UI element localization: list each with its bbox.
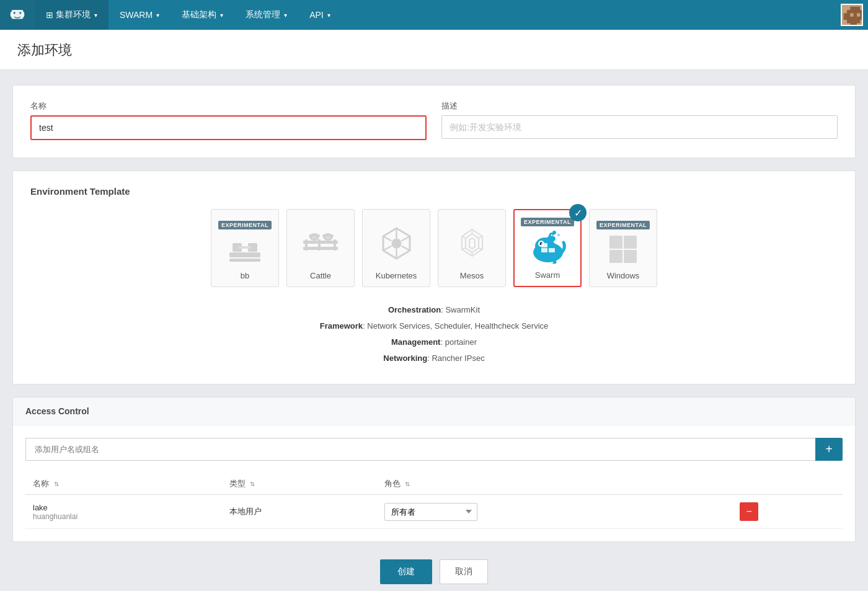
framework-value: Network Services, Scheduler, Healthcheck… [367,321,548,331]
orchestration-value: SwarmKit [445,305,480,314]
template-option-kubernetes[interactable]: Kubernetes [362,209,430,287]
svg-rect-51 [549,248,555,252]
windows-exp-badge: EXPERIMENTAL [596,221,650,229]
navbar-item-admin[interactable]: 系统管理 ▾ [234,0,298,30]
col-name-label: 名称 [33,479,49,488]
svg-point-47 [547,236,556,242]
add-user-input[interactable] [25,438,815,461]
cancel-button[interactable]: 取消 [440,559,488,584]
svg-point-17 [309,234,312,237]
access-card-body: + 名称 ⇅ 类型 ⇅ 角色 ⇅ [13,425,855,541]
navbar-cluster-label: 集群环境 [56,9,91,20]
networking-row: Networking: Rancher IPsec [30,350,838,367]
swarm-check-badge: ✓ [569,204,587,221]
svg-point-25 [329,236,330,238]
management-value: portainer [445,337,477,347]
desc-input[interactable] [441,115,838,139]
access-table-head: 名称 ⇅ 类型 ⇅ 角色 ⇅ [25,473,843,495]
role-select-wrap: 所有者 成员 只读 [384,503,725,521]
access-table-body: lake huanghuanlai 本地用户 所有者 成员 只读 [25,495,843,529]
svg-line-32 [383,246,392,251]
create-button[interactable]: 创建 [380,559,432,584]
cattle-icon [302,226,339,260]
col-role-header: 角色 ⇅ [377,473,732,495]
cluster-caret-icon: ▾ [94,12,97,19]
svg-rect-3 [22,12,24,17]
svg-point-23 [330,234,334,237]
swarm-icon [528,229,568,269]
access-card-header: Access Control [13,398,855,425]
role-sort-icon[interactable]: ⇅ [405,481,410,487]
template-option-windows[interactable]: EXPERIMENTAL Windows [589,209,657,287]
svg-marker-35 [466,234,479,252]
mesos-label: Mesos [460,271,484,280]
access-table: 名称 ⇅ 类型 ⇅ 角色 ⇅ [25,473,843,529]
template-options: EXPERIMENTAL bb [30,209,838,287]
svg-rect-10 [239,246,251,249]
navbar-item-api[interactable]: API ▾ [298,0,342,30]
page-title: 添加环境 [17,41,851,60]
bb-exp-badge: EXPERIMENTAL [218,221,272,229]
cattle-label: Cattle [310,271,331,280]
add-user-button[interactable]: + [815,438,843,461]
name-sort-icon[interactable]: ⇅ [54,481,59,487]
navbar-item-swarm[interactable]: SWARM ▾ [108,0,170,30]
bb-icon-area: EXPERIMENTAL [211,210,278,270]
avatar [841,4,863,26]
type-sort-icon[interactable]: ⇅ [250,481,255,487]
name-input[interactable] [30,115,427,140]
kubernetes-icon-area [363,210,430,270]
svg-point-19 [312,236,314,238]
role-select[interactable]: 所有者 成员 只读 [384,503,477,521]
svg-rect-2 [11,12,13,17]
admin-caret-icon: ▾ [284,12,287,19]
navbar-item-cluster[interactable]: ⊞ 集群环境 ▾ [35,0,108,30]
col-action-header [732,473,843,495]
navbar-api-label: API [309,10,324,20]
svg-rect-52 [541,243,547,247]
navbar-infra-label: 基础架构 [182,9,216,20]
framework-row: Framework: Network Services, Scheduler, … [30,318,838,334]
svg-line-33 [383,236,392,241]
networking-label: Networking [383,353,427,363]
framework-label: Framework [320,321,363,331]
template-info: Orchestration: SwarmKit Framework: Netwo… [30,302,838,367]
svg-point-4 [14,12,16,14]
svg-line-30 [401,246,410,251]
svg-point-21 [323,233,333,241]
table-row: lake huanghuanlai 本地用户 所有者 成员 只读 [25,495,843,529]
env-template-card: Environment Template EXPERIMENTAL [12,171,856,384]
windows-icon [606,232,640,266]
bb-label: bb [241,271,249,280]
swarm-label: Swarm [535,270,560,280]
svg-rect-53 [609,236,622,249]
orchestration-label: Orchestration [388,305,441,314]
svg-rect-56 [624,250,637,263]
orchestration-row: Orchestration: SwarmKit [30,302,838,318]
networking-value: Rancher IPsec [432,353,484,363]
mesos-icon [455,226,489,260]
template-option-bb[interactable]: EXPERIMENTAL bb [211,209,279,287]
form-card: 名称 描述 [12,85,856,158]
name-label: 名称 [30,100,427,112]
cattle-icon-area [287,210,354,270]
svg-rect-6 [229,252,260,257]
navbar-right [841,4,868,26]
kubernetes-label: Kubernetes [376,271,417,280]
svg-point-20 [315,236,317,238]
user-name-cell: lake huanghuanlai [25,495,222,529]
navbar-admin-label: 系统管理 [246,9,280,20]
page-header: 添加环境 [0,30,868,70]
svg-rect-13 [305,239,308,251]
template-option-cattle[interactable]: Cattle [286,209,355,287]
management-label: Management [391,337,440,347]
remove-user-button[interactable]: − [740,502,758,521]
user-type-cell: 本地用户 [222,495,377,529]
template-option-mesos[interactable]: Mesos [438,209,506,287]
user-cell: lake huanghuanlai [33,503,215,521]
user-role-cell: 所有者 成员 只读 [377,495,732,529]
svg-point-48 [552,231,556,234]
template-option-swarm[interactable]: ✓ EXPERIMENTAL [513,209,582,287]
navbar-item-infra[interactable]: 基础架构 ▾ [170,0,234,30]
add-user-row: + [25,438,843,461]
